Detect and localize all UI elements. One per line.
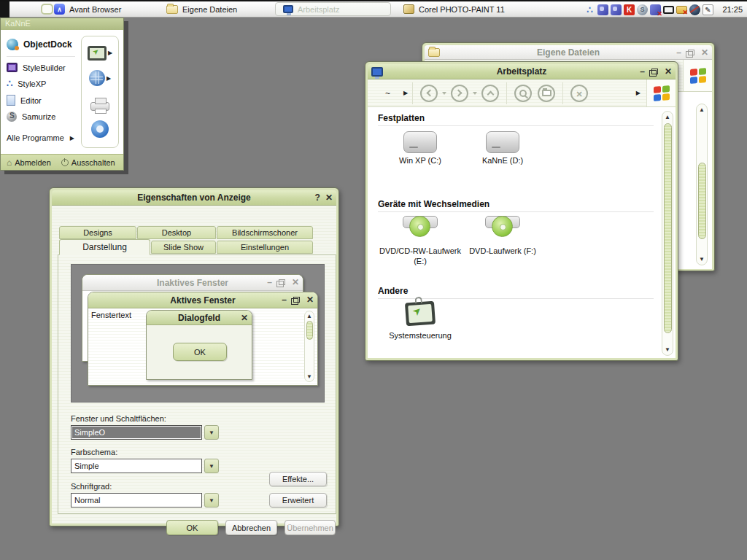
scroll-up-icon[interactable]: ▲ bbox=[697, 106, 707, 113]
forward-button[interactable] bbox=[451, 85, 468, 102]
tab-slide-show[interactable]: Slide Show bbox=[151, 241, 216, 254]
toolbar-overflow-icon[interactable]: ▶ bbox=[636, 90, 640, 96]
users-blue-icon[interactable] bbox=[611, 4, 622, 15]
pen-input-icon[interactable] bbox=[703, 4, 713, 15]
maximize-icon bbox=[293, 297, 300, 303]
network-error-icon[interactable] bbox=[650, 4, 661, 15]
control-panel-item[interactable]: Systemsteuerung bbox=[376, 302, 464, 341]
internet-shortcut[interactable]: ▶ bbox=[89, 70, 111, 86]
combobox-dropdown-button[interactable]: ▼ bbox=[204, 425, 219, 440]
start-menu-item-editor[interactable]: Editor bbox=[1, 92, 81, 109]
tab-darstellung[interactable]: Darstellung bbox=[59, 239, 150, 255]
arbeitsplatz-titlebar[interactable]: Arbeitsplatz – ✕ bbox=[368, 64, 676, 79]
tab-designs[interactable]: Designs bbox=[59, 226, 136, 239]
hard-drive-icon bbox=[486, 131, 519, 153]
vertical-scrollbar[interactable]: ▲ ▼ bbox=[662, 111, 673, 356]
minimize-icon[interactable]: – bbox=[676, 48, 681, 57]
monitor-icon[interactable] bbox=[663, 6, 674, 14]
search-button[interactable] bbox=[514, 85, 532, 102]
sphere-icon[interactable] bbox=[637, 4, 648, 15]
forward-dropdown-icon[interactable] bbox=[473, 92, 477, 95]
window-buttons-combobox[interactable]: SimpleO bbox=[71, 425, 202, 440]
up-button[interactable] bbox=[481, 85, 499, 102]
cancel-button[interactable]: Abbrechen bbox=[225, 520, 277, 535]
window-title: Arbeitsplatz bbox=[368, 66, 676, 77]
address-text[interactable]: ~ bbox=[385, 88, 390, 98]
start-menu-item-samurize[interactable]: Samurize bbox=[1, 109, 81, 125]
eigene-dateien-titlebar[interactable]: Eigene Dateien – ✕ bbox=[425, 45, 712, 60]
effects-button[interactable]: Effekte... bbox=[269, 472, 327, 486]
vertical-scrollbar[interactable]: ▲ ▼ bbox=[696, 104, 708, 265]
back-dropdown-icon[interactable] bbox=[442, 92, 446, 95]
drive-item[interactable]: DVD/CD-RW-Laufwerk (E:) bbox=[376, 216, 464, 267]
maximize-icon[interactable] bbox=[651, 69, 658, 74]
dots-icon[interactable] bbox=[584, 4, 595, 15]
combobox-dropdown-button[interactable]: ▼ bbox=[204, 459, 219, 473]
close-icon[interactable]: ✕ bbox=[701, 48, 708, 57]
internet-globe-icon bbox=[89, 70, 105, 86]
window-title: Eigene Dateien bbox=[425, 47, 712, 58]
all-programs-item[interactable]: Alle Programme ▶ bbox=[1, 129, 81, 147]
taskbar-item-corel[interactable]: Corel PHOTO-PAINT 11 bbox=[403, 4, 505, 14]
chevron-down-icon: ▼ bbox=[209, 463, 214, 470]
apply-button[interactable]: Übernehmen bbox=[285, 520, 336, 535]
tab-einstellungen[interactable]: Einstellungen bbox=[217, 241, 313, 254]
users-blue-icon[interactable] bbox=[597, 4, 608, 15]
maximize-icon[interactable] bbox=[688, 50, 694, 55]
close-icon[interactable]: ✕ bbox=[325, 193, 333, 202]
preview-scrollbar: ▲ ▼ bbox=[304, 311, 314, 382]
arbeitsplatz-content: Festplatten Win XP (C:) KaNnE (D:) Gerät… bbox=[368, 108, 676, 358]
tab-bildschirmschoner[interactable]: Bildschirmschoner bbox=[217, 226, 313, 239]
close-pane-button[interactable] bbox=[570, 85, 588, 102]
folders-button[interactable] bbox=[538, 85, 555, 102]
scroll-down-icon: ▼ bbox=[305, 373, 314, 380]
maximize-icon bbox=[279, 279, 285, 285]
preview-window-text: Fenstertext bbox=[91, 311, 131, 319]
settings-shortcut[interactable] bbox=[91, 120, 109, 138]
taskbar-left-strip bbox=[0, 1, 9, 18]
scrollbar-thumb bbox=[306, 321, 313, 340]
combobox-dropdown-button[interactable]: ▼ bbox=[204, 493, 219, 508]
antivirus-k-icon[interactable] bbox=[624, 4, 635, 15]
dialog-titlebar[interactable]: Eigenschaften von Anzeige ? ✕ bbox=[52, 190, 336, 206]
address-dropdown-icon[interactable]: ▶ bbox=[403, 90, 408, 96]
close-icon: ✕ bbox=[241, 314, 248, 322]
folder-icon bbox=[428, 48, 440, 57]
start-menu-item-stylebuilder[interactable]: StyleBuilder bbox=[1, 60, 81, 75]
shutdown-button[interactable]: Ausschalten bbox=[61, 158, 115, 167]
drive-item[interactable]: DVD-Laufwerk (F:) bbox=[459, 216, 546, 257]
arrow-right-icon: ▶ bbox=[107, 75, 111, 82]
globe-blocked-icon[interactable] bbox=[689, 4, 700, 15]
advanced-button[interactable]: Erweitert bbox=[269, 493, 327, 508]
back-button[interactable] bbox=[420, 85, 438, 102]
font-size-combobox[interactable]: Normal bbox=[71, 493, 202, 508]
help-icon[interactable]: ? bbox=[315, 193, 320, 202]
drive-item[interactable]: KaNnE (D:) bbox=[459, 131, 546, 166]
taskbar-item-eigene-dateien[interactable]: Eigene Dateien bbox=[166, 5, 237, 14]
close-icon: ✕ bbox=[306, 295, 314, 304]
start-menu-item-objectdock[interactable]: ObjectDock bbox=[1, 36, 81, 53]
scroll-down-icon[interactable]: ▼ bbox=[662, 346, 673, 353]
taskbar-item-arbeitsplatz[interactable]: Arbeitsplatz bbox=[275, 2, 391, 16]
minimize-icon[interactable]: – bbox=[640, 67, 645, 76]
color-scheme-combobox[interactable]: Simple bbox=[71, 459, 202, 473]
corel-icon bbox=[403, 4, 414, 14]
drive-item[interactable]: Win XP (C:) bbox=[376, 131, 464, 166]
arrow-right-icon: ▶ bbox=[70, 135, 74, 141]
mail-error-icon[interactable] bbox=[676, 6, 687, 14]
scroll-down-icon[interactable]: ▼ bbox=[697, 256, 707, 262]
start-menu-item-stylexp[interactable]: StyleXP bbox=[1, 75, 81, 92]
start-button[interactable] bbox=[41, 4, 53, 15]
printer-shortcut[interactable] bbox=[90, 96, 109, 111]
tab-desktop[interactable]: Desktop bbox=[137, 226, 216, 239]
taskbar-item-avant-browser[interactable]: Avant Browser bbox=[54, 4, 121, 15]
scrollbar-thumb[interactable] bbox=[698, 163, 706, 239]
close-icon[interactable]: ✕ bbox=[665, 67, 672, 76]
scrollbar-thumb[interactable] bbox=[664, 123, 672, 333]
scroll-up-icon[interactable]: ▲ bbox=[662, 114, 673, 120]
menu-separator bbox=[7, 56, 75, 57]
logoff-button[interactable]: Abmelden bbox=[7, 158, 51, 168]
scroll-up-icon: ▲ bbox=[305, 313, 314, 319]
display-properties-shortcut[interactable]: ▶ bbox=[88, 46, 112, 61]
ok-button[interactable]: OK bbox=[166, 520, 218, 535]
